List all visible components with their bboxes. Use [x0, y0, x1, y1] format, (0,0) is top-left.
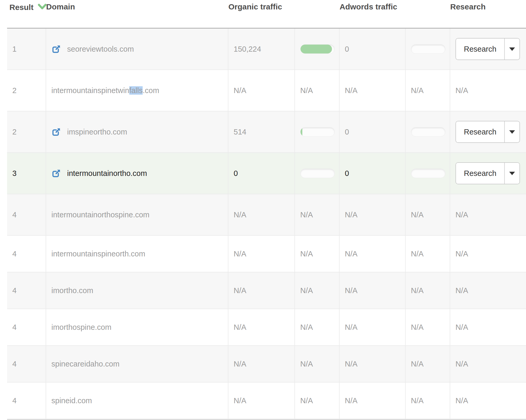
table-row[interactable]: 4 imorthospine.com N/A N/A N/A N/A N/A	[7, 309, 526, 346]
research-dropdown-button[interactable]	[504, 121, 519, 142]
research-dropdown-button[interactable]	[504, 163, 519, 184]
adwords-traffic-cell: N/A	[340, 309, 406, 345]
research-split-button: Research	[455, 121, 520, 143]
research-cell: N/A	[450, 346, 526, 382]
organic-traffic-bar-cell: N/A	[295, 70, 340, 111]
column-header-domain: Domain	[46, 0, 228, 12]
table-row[interactable]: 4 intermountainorthospine.com N/A N/A N/…	[7, 194, 526, 236]
table-row[interactable]: 4 spinecareidaho.com N/A N/A N/A N/A N/A	[7, 346, 526, 383]
adwords-traffic-bar-cell	[406, 111, 450, 152]
organic-traffic-bar-cell: N/A	[295, 383, 340, 419]
table-row[interactable]: 2 imspineortho.com 514 0	[7, 111, 526, 153]
adwords-traffic-bar-cell: N/A	[406, 194, 450, 235]
table-row[interactable]: 1 seoreviewtools.com 150,224 0	[7, 29, 526, 70]
chevron-down-icon[interactable]	[38, 3, 47, 13]
adwords-traffic-cell: N/A	[340, 346, 406, 382]
research-button[interactable]: Research	[456, 163, 504, 184]
column-header-adwords-traffic: Adwords traffic	[340, 0, 450, 12]
domain-text: seoreviewtools.com	[67, 45, 134, 53]
domain-results-screen: Result Domain Organic traffic Adwords tr…	[0, 0, 526, 420]
table-row-highlighted[interactable]: 3 intermountainortho.com 0 0	[7, 153, 526, 194]
adwords-traffic-bar-cell: N/A	[406, 346, 450, 382]
organic-traffic-bar-cell: N/A	[295, 346, 340, 382]
organic-traffic-bar-cell	[295, 111, 340, 152]
result-cell: 4	[7, 346, 46, 382]
result-cell: 2	[7, 70, 46, 111]
research-cell: N/A	[450, 383, 526, 419]
organic-traffic-cell: N/A	[228, 309, 295, 345]
result-cell: 4	[7, 194, 46, 235]
table-row[interactable]: 4 intermountainspineorth.com N/A N/A N/A…	[7, 236, 526, 272]
adwords-traffic-bar-cell: N/A	[406, 383, 450, 419]
organic-traffic-bar-cell: N/A	[295, 272, 340, 309]
research-button[interactable]: Research	[456, 39, 504, 60]
research-cell: N/A	[450, 70, 526, 111]
column-header-organic-traffic: Organic traffic	[228, 0, 340, 12]
research-split-button: Research	[455, 38, 520, 60]
organic-traffic-cell: 0	[228, 153, 295, 194]
domain-text: intermountainorthospine.com	[51, 211, 149, 219]
result-cell: 4	[7, 309, 46, 345]
table-header: Result Domain Organic traffic Adwords tr…	[7, 0, 526, 28]
result-header-label: Result	[9, 3, 34, 12]
column-header-research: Research	[450, 0, 526, 12]
organic-traffic-bar	[300, 44, 335, 54]
adwords-traffic-cell: 0	[340, 153, 406, 194]
external-link-icon[interactable]	[51, 168, 61, 178]
organic-traffic-bar-cell	[295, 29, 340, 69]
domain-cell: spineid.com	[46, 383, 228, 419]
domain-text: imortho.com	[51, 286, 93, 295]
table-row[interactable]: 4 spineid.com N/A N/A N/A N/A N/A	[7, 383, 526, 419]
domain-text: imspineortho.com	[67, 128, 127, 136]
selected-text: falls	[129, 86, 143, 95]
domain-cell: intermountainorthospine.com	[46, 194, 228, 235]
organic-traffic-bar-cell: N/A	[295, 236, 340, 272]
result-cell: 4	[7, 272, 46, 309]
result-cell: 2	[7, 111, 46, 152]
organic-traffic-cell: N/A	[228, 383, 295, 419]
adwords-traffic-bar-cell: N/A	[406, 309, 450, 345]
research-split-button: Research	[455, 162, 520, 184]
adwords-traffic-bar-cell: N/A	[406, 236, 450, 272]
adwords-traffic-cell: 0	[340, 111, 406, 152]
organic-traffic-bar-cell	[295, 153, 340, 194]
organic-traffic-bar-cell: N/A	[295, 309, 340, 345]
research-cell: Research	[450, 29, 526, 69]
domain-cell: imorthospine.com	[46, 309, 228, 345]
research-cell: Research	[450, 153, 526, 194]
domain-cell: imspineortho.com	[46, 111, 228, 152]
domain-cell: intermountainspineorth.com	[46, 236, 228, 272]
column-header-result[interactable]: Result	[7, 0, 46, 13]
domain-cell: seoreviewtools.com	[46, 29, 228, 69]
domain-results-table: 1 seoreviewtools.com 150,224 0	[7, 28, 526, 420]
research-button[interactable]: Research	[456, 121, 504, 142]
adwords-traffic-cell: N/A	[340, 272, 406, 309]
domain-text: intermountainspineorth.com	[51, 250, 145, 258]
organic-traffic-cell: 150,224	[228, 29, 295, 69]
domain-cell: spinecareidaho.com	[46, 346, 228, 382]
research-cell: Research	[450, 111, 526, 152]
adwords-traffic-bar	[411, 44, 446, 54]
caret-down-icon	[509, 47, 515, 51]
caret-down-icon	[509, 130, 515, 134]
result-cell: 3	[7, 153, 46, 194]
research-dropdown-button[interactable]	[504, 39, 519, 60]
adwords-traffic-bar-cell: N/A	[406, 70, 450, 111]
adwords-traffic-cell: N/A	[340, 383, 406, 419]
domain-cell: intermountainortho.com	[46, 153, 228, 194]
table-row[interactable]: 4 imortho.com N/A N/A N/A N/A N/A	[7, 272, 526, 309]
domain-text: imorthospine.com	[51, 323, 111, 332]
result-cell: 1	[7, 29, 46, 69]
external-link-icon[interactable]	[51, 127, 61, 137]
domain-text: spinecareidaho.com	[51, 360, 120, 368]
research-cell: N/A	[450, 194, 526, 235]
organic-traffic-cell: 514	[228, 111, 295, 152]
research-cell: N/A	[450, 236, 526, 272]
table-row[interactable]: 2 intermountainspinetwinfalls.com N/A N/…	[7, 70, 526, 111]
domain-cell: intermountainspinetwinfalls.com	[46, 70, 228, 111]
adwords-traffic-cell: N/A	[340, 70, 406, 111]
adwords-traffic-cell: N/A	[340, 236, 406, 272]
external-link-icon[interactable]	[51, 44, 61, 54]
organic-traffic-cell: N/A	[228, 236, 295, 272]
research-cell: N/A	[450, 272, 526, 309]
